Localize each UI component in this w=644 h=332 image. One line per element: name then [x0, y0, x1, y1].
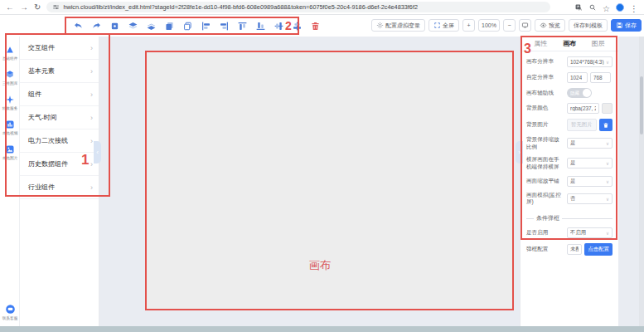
- properties-tabs: 属性 画布 图层: [521, 37, 618, 51]
- delete-icon[interactable]: [308, 19, 322, 32]
- triangle-icon: [5, 45, 15, 55]
- height-input[interactable]: 768: [590, 72, 611, 83]
- popup-section-title: 条件弹框: [536, 214, 559, 222]
- align-top-icon[interactable]: [235, 19, 249, 32]
- toolbar-actions: 配置虚拟变量 全屏 + 100% − 预览 保存到模板 保存: [371, 19, 642, 32]
- color-swatch[interactable]: [602, 103, 613, 114]
- bookmark-star-icon[interactable]: [603, 0, 610, 15]
- popup-enable-select[interactable]: 不启用: [567, 227, 613, 238]
- config-variables-button[interactable]: 配置虚拟变量: [371, 19, 425, 32]
- align-right-icon[interactable]: [217, 19, 230, 32]
- guides-toggle[interactable]: 隐藏: [567, 88, 592, 98]
- align-horizontal-center-icon[interactable]: [290, 19, 303, 32]
- row-canvas-guides: 画布辅助线 隐藏: [526, 88, 613, 98]
- bg-color-input[interactable]: rgba(237, 237, 237, 1): [567, 103, 599, 114]
- redo-icon[interactable]: [90, 19, 103, 32]
- chevron-right-icon: [90, 90, 93, 99]
- accordion-item-power-wiring[interactable]: 电力二次接线: [20, 129, 99, 153]
- save-template-label: 保存到模板: [574, 22, 603, 30]
- collapse-right-panel-handle[interactable]: [516, 141, 523, 164]
- monitor-mode-select[interactable]: 否: [567, 193, 613, 204]
- zoom-out-button[interactable]: −: [503, 19, 516, 32]
- rail-item-local-image[interactable]: 本地图片: [0, 144, 20, 162]
- row-monitor-mode: 画面模拟(监控屏) 否: [526, 192, 613, 207]
- collapse-left-panel-handle[interactable]: [94, 141, 101, 164]
- tile-scale-select[interactable]: 是: [567, 176, 613, 187]
- layer-up-icon[interactable]: [126, 19, 139, 32]
- fit-screen-button[interactable]: [519, 19, 531, 32]
- mobile-landscape-select[interactable]: 是: [567, 158, 613, 168]
- eye-icon: [540, 22, 547, 29]
- browser-refresh-icon[interactable]: [34, 3, 41, 12]
- canvas-select-icon[interactable]: [108, 19, 121, 32]
- fullscreen-label: 全屏: [443, 22, 454, 30]
- align-left-icon[interactable]: [199, 19, 212, 32]
- save-button[interactable]: 保存: [611, 19, 642, 32]
- chevron-right-icon: [90, 160, 93, 168]
- monitor-icon: [521, 22, 529, 29]
- field-label: 弹框配置: [526, 246, 564, 253]
- undo-icon[interactable]: [71, 19, 85, 32]
- align-bottom-icon[interactable]: [254, 19, 267, 32]
- customer-service[interactable]: 联系客服: [0, 304, 20, 322]
- address-bar[interactable]: hwicn.cloud/lib/zt/index_edit.html?stage…: [46, 2, 550, 12]
- row-canvas-resolution: 画布分辨率 1024*768(4:3): [526, 56, 613, 67]
- row-keep-scale: 背景保持缩放比例 是: [526, 136, 613, 151]
- accordion-item-components[interactable]: 组件: [20, 83, 99, 106]
- browser-back-icon[interactable]: [6, 3, 14, 12]
- tab-attributes[interactable]: 属性: [526, 37, 555, 51]
- height-value: 768: [593, 75, 603, 81]
- accordion-item-interactive[interactable]: 交互组件: [20, 37, 99, 60]
- accordion-item-basic-elements[interactable]: 基本元素: [20, 60, 99, 83]
- tab-canvas[interactable]: 画布: [555, 37, 584, 51]
- popup-config-input[interactable]: 未配置: [567, 244, 582, 255]
- delete-bg-image-button[interactable]: [599, 119, 613, 131]
- zoom-lens-icon[interactable]: [588, 3, 597, 12]
- accordion-item-history-data[interactable]: 历史数据组件: [20, 153, 99, 176]
- fullscreen-button[interactable]: 全屏: [429, 19, 459, 32]
- url-text: hwicn.cloud/lib/zt/index_edit.html?stage…: [63, 3, 418, 11]
- paste-icon[interactable]: [181, 19, 194, 32]
- scrollbar-thumb[interactable]: [640, 76, 643, 134]
- keep-scale-select[interactable]: 是: [567, 138, 613, 149]
- zoom-in-button[interactable]: +: [462, 19, 475, 32]
- rail-item-3d-gallery[interactable]: 三维图库: [0, 70, 20, 87]
- save-label: 保存: [625, 22, 637, 30]
- site-settings-icon[interactable]: [52, 3, 60, 11]
- tab-layers[interactable]: 图层: [583, 37, 613, 51]
- caret-down-icon: [606, 140, 609, 146]
- browser-menu-icon[interactable]: [630, 0, 638, 15]
- design-canvas[interactable]: 画布: [145, 51, 514, 310]
- popup-config-button[interactable]: 点击配置: [584, 243, 613, 256]
- accordion-label: 组件: [28, 90, 41, 99]
- accordion-label: 行业组件: [28, 183, 55, 192]
- profile-avatar[interactable]: [616, 3, 624, 12]
- rail-item-effects[interactable]: 特效服务: [0, 95, 20, 112]
- chevron-right-icon: [90, 114, 93, 122]
- caret-down-icon: [606, 196, 609, 202]
- field-label: 背景保持缩放比例: [526, 136, 564, 151]
- copy-icon[interactable]: [162, 19, 176, 32]
- align-vertical-center-icon[interactable]: [272, 19, 285, 32]
- resolution-select[interactable]: 1024*768(4:3): [567, 56, 613, 67]
- bg-image-placeholder: 暂无图片: [567, 119, 597, 131]
- edit-icon-group: [71, 19, 322, 32]
- chevron-right-icon: [90, 137, 93, 145]
- preview-button[interactable]: 预览: [535, 19, 565, 32]
- accordion-label: 基本元素: [28, 66, 55, 76]
- chevron-right-icon: [90, 44, 93, 52]
- popup-section-divider: 条件弹框: [526, 214, 613, 222]
- field-label: 横屏画面在手机端保持横屏: [526, 156, 564, 171]
- accordion-item-weather-time[interactable]: 天气-时间: [20, 106, 99, 129]
- browser-forward-icon[interactable]: [20, 3, 28, 12]
- rail-item-local-video[interactable]: 本地视频: [0, 120, 20, 137]
- screen: hwicn.cloud/lib/zt/index_edit.html?stage…: [0, 0, 644, 332]
- save-template-button[interactable]: 保存到模板: [569, 19, 608, 32]
- width-input[interactable]: 1024: [567, 72, 588, 83]
- rail-item-basic-components[interactable]: 基础组件: [0, 45, 20, 62]
- layer-down-icon[interactable]: [144, 19, 157, 32]
- accordion-item-industry[interactable]: 行业组件: [20, 176, 99, 199]
- translate-icon[interactable]: [574, 3, 583, 12]
- scrollbar-track[interactable]: [639, 37, 644, 326]
- bg-color-value: rgba(237, 237, 237, 1): [570, 105, 596, 111]
